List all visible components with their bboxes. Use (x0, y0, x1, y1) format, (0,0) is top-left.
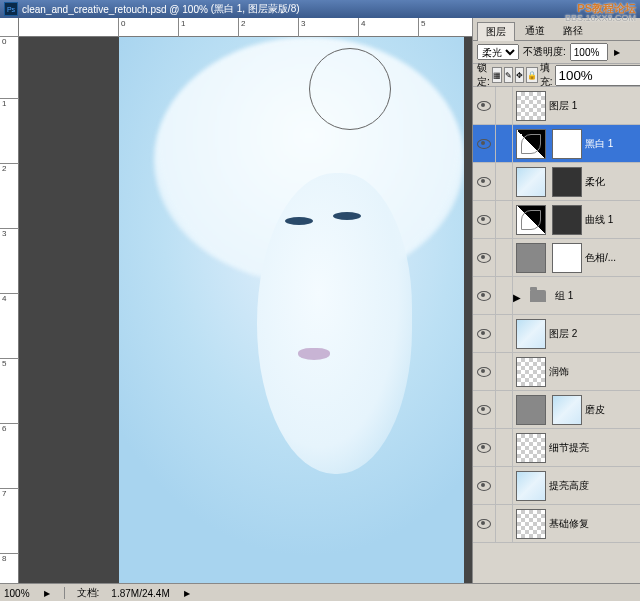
layer-mask-thumbnail[interactable] (552, 205, 582, 235)
layer-row[interactable]: 图层 2 (473, 315, 640, 353)
layer-mask-thumbnail[interactable] (552, 395, 582, 425)
blend-mode-select[interactable]: 柔光 (477, 44, 519, 60)
chevron-right-icon[interactable]: ▶ (44, 589, 50, 598)
layer-thumbnail[interactable] (516, 509, 546, 539)
document-filename: clean_and_creative_retouch.psd (22, 4, 167, 15)
visibility-toggle[interactable] (473, 87, 496, 124)
watermark: PS教程论坛 BBS.16XX8.COM (565, 2, 636, 24)
layer-thumbnail[interactable] (516, 471, 546, 501)
link-column[interactable] (496, 125, 513, 162)
chevron-right-icon[interactable]: ▶ (184, 589, 190, 598)
lock-position-icon[interactable]: ✥ (515, 67, 524, 83)
visibility-toggle[interactable] (473, 163, 496, 200)
link-column[interactable] (496, 505, 513, 542)
status-doc-label: 文档: (77, 586, 100, 600)
status-bar: 100% ▶ 文档: 1.87M/24.4M ▶ (0, 583, 640, 601)
layers-panel: 图层 通道 路径 柔光 不透明度: ▶ 锁定: ▦ ✎ ✥ 🔒 填充: ▶ 图层… (472, 18, 640, 583)
layer-row[interactable]: 柔化 (473, 163, 640, 201)
link-column[interactable] (496, 201, 513, 238)
vertical-ruler[interactable]: 0 1 2 3 4 5 6 7 8 (0, 18, 19, 583)
status-doc-size: 1.87M/24.4M (111, 588, 169, 599)
layer-row[interactable]: 色相/... (473, 239, 640, 277)
eye-icon (477, 443, 491, 453)
expand-arrow-icon[interactable]: ▶ (513, 292, 521, 300)
visibility-toggle[interactable] (473, 505, 496, 542)
layer-thumbnail[interactable] (516, 433, 546, 463)
eye-icon (477, 215, 491, 225)
link-column[interactable] (496, 429, 513, 466)
visibility-toggle[interactable] (473, 429, 496, 466)
opacity-input[interactable] (570, 43, 608, 61)
link-column[interactable] (496, 353, 513, 390)
link-column[interactable] (496, 391, 513, 428)
fill-input[interactable] (555, 65, 640, 86)
link-column[interactable] (496, 467, 513, 504)
layer-thumbnail[interactable] (516, 167, 546, 197)
visibility-toggle[interactable] (473, 277, 496, 314)
visibility-toggle[interactable] (473, 239, 496, 276)
visibility-toggle[interactable] (473, 125, 496, 162)
tab-channels[interactable]: 通道 (517, 22, 553, 40)
layer-name[interactable]: 曲线 1 (585, 213, 640, 227)
tab-paths[interactable]: 路径 (555, 22, 591, 40)
visibility-toggle[interactable] (473, 391, 496, 428)
layer-thumbnail[interactable] (516, 129, 546, 159)
layer-name[interactable]: 组 1 (555, 289, 640, 303)
visibility-toggle[interactable] (473, 353, 496, 390)
layer-row[interactable]: 润饰 (473, 353, 640, 391)
image-content (119, 37, 464, 583)
link-column[interactable] (496, 163, 513, 200)
layer-name[interactable]: 图层 1 (549, 99, 640, 113)
eye-icon (477, 481, 491, 491)
layer-thumbnail[interactable] (516, 319, 546, 349)
layer-row[interactable]: 磨皮 (473, 391, 640, 429)
layer-row[interactable]: 图层 1 (473, 87, 640, 125)
link-column[interactable] (496, 315, 513, 352)
link-column[interactable] (496, 277, 513, 314)
eye-icon (477, 139, 491, 149)
link-column[interactable] (496, 239, 513, 276)
layer-row[interactable]: 细节提亮 (473, 429, 640, 467)
layer-thumbnail[interactable] (516, 91, 546, 121)
layer-thumbnail[interactable] (516, 357, 546, 387)
opacity-label: 不透明度: (523, 45, 566, 59)
layer-mask-thumbnail[interactable] (552, 129, 582, 159)
eye-icon (477, 519, 491, 529)
layer-row[interactable]: 基础修复 (473, 505, 640, 543)
visibility-toggle[interactable] (473, 467, 496, 504)
lock-all-icon[interactable]: 🔒 (526, 67, 538, 83)
layer-thumbnail[interactable] (516, 243, 546, 273)
layer-name[interactable]: 基础修复 (549, 517, 640, 531)
layer-row[interactable]: 黑白 1 (473, 125, 640, 163)
layer-name[interactable]: 磨皮 (585, 403, 640, 417)
eye-icon (477, 101, 491, 111)
layer-name[interactable]: 细节提亮 (549, 441, 640, 455)
layers-list: 图层 1黑白 1柔化曲线 1色相/...▶组 1图层 2润饰磨皮细节提亮提亮高度… (473, 87, 640, 583)
layer-name[interactable]: 黑白 1 (585, 137, 640, 151)
visibility-toggle[interactable] (473, 201, 496, 238)
layer-row[interactable]: 曲线 1 (473, 201, 640, 239)
layer-thumbnail[interactable] (516, 395, 546, 425)
layer-name[interactable]: 图层 2 (549, 327, 640, 341)
layer-name[interactable]: 色相/... (585, 251, 640, 265)
layer-mask-thumbnail[interactable] (552, 243, 582, 273)
fill-label: 填充: (540, 61, 553, 89)
eye-icon (477, 253, 491, 263)
link-column[interactable] (496, 87, 513, 124)
eye-icon (477, 405, 491, 415)
layer-row[interactable]: ▶组 1 (473, 277, 640, 315)
lock-transparency-icon[interactable]: ▦ (492, 67, 502, 83)
status-zoom[interactable]: 100% (4, 588, 30, 599)
layer-thumbnail[interactable] (516, 205, 546, 235)
layer-row[interactable]: 提亮高度 (473, 467, 640, 505)
layer-name[interactable]: 柔化 (585, 175, 640, 189)
layer-mask-thumbnail[interactable] (552, 167, 582, 197)
lock-pixels-icon[interactable]: ✎ (504, 67, 513, 83)
chevron-right-icon[interactable]: ▶ (614, 48, 620, 57)
visibility-toggle[interactable] (473, 315, 496, 352)
layer-name[interactable]: 润饰 (549, 365, 640, 379)
canvas[interactable] (119, 37, 464, 583)
tab-layers[interactable]: 图层 (477, 22, 515, 41)
horizontal-ruler[interactable]: 0 1 2 3 4 5 (19, 18, 472, 37)
layer-name[interactable]: 提亮高度 (549, 479, 640, 493)
